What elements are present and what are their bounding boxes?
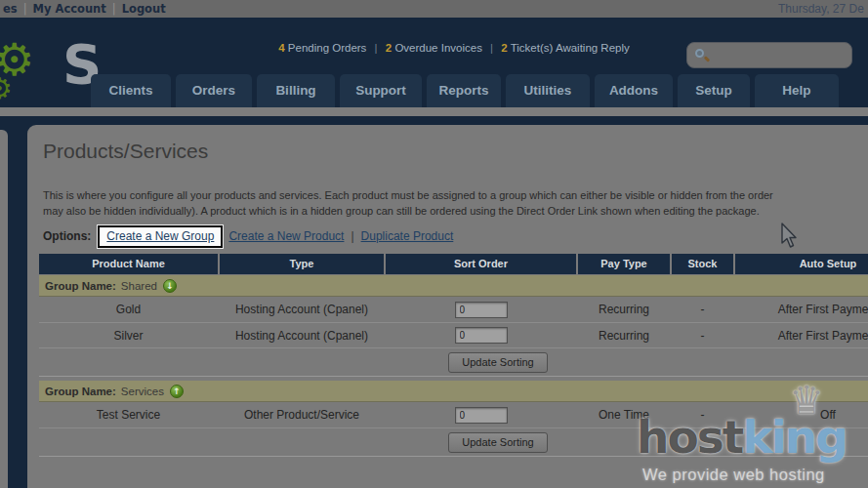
- group-name-label: Group Name:: [45, 280, 116, 292]
- group-name-value: Shared: [121, 280, 157, 292]
- col-header-auto-setup: Auto Setup: [735, 254, 868, 274]
- header-divider-strip: [0, 107, 868, 116]
- auto-setup-cell: After First Payment: [735, 303, 868, 316]
- create-new-product-link[interactable]: Create a New Product: [228, 229, 344, 243]
- tickets-awaiting-count: 2: [501, 42, 507, 54]
- highlight-box-create-group: Create a New Group: [98, 225, 223, 248]
- current-date: Thursday, 27 De: [778, 0, 864, 18]
- sort-order-input[interactable]: [455, 407, 508, 424]
- sort-order-input[interactable]: [455, 302, 508, 318]
- table-row: Test Service Other Product/Service One T…: [39, 402, 868, 427]
- link-separator: |: [351, 229, 353, 243]
- col-header-pay-type: Pay Type: [578, 254, 670, 274]
- pay-type-cell: Recurring: [578, 303, 670, 316]
- overdue-invoices-link[interactable]: Overdue Invoices: [394, 42, 482, 54]
- update-sorting-button[interactable]: Update Sorting: [448, 432, 547, 453]
- move-group-up-icon[interactable]: ↑: [170, 385, 184, 398]
- update-sorting-row: Update Sorting: [39, 427, 868, 456]
- content-panel: Products/Services This is where you conf…: [27, 125, 868, 488]
- col-header-type: Type: [220, 254, 384, 274]
- tickets-awaiting-link[interactable]: Ticket(s) Awaiting Reply: [511, 42, 630, 54]
- admin-search-box[interactable]: [686, 42, 852, 68]
- create-new-group-link[interactable]: Create a New Group: [106, 229, 214, 243]
- group-header-row: Group Name: Services ↑: [39, 381, 868, 402]
- auto-setup-cell: Off: [735, 408, 868, 422]
- tab-reports[interactable]: Reports: [427, 74, 501, 107]
- table-row: Gold Hosting Account (Cpanel) Recurring …: [39, 297, 868, 322]
- left-panel-edge: [0, 130, 8, 488]
- pay-type-cell: One Time: [578, 408, 670, 422]
- main-nav-tabs: Clients Orders Billing Support Reports U…: [91, 74, 839, 107]
- topbar-item-truncated[interactable]: es: [3, 2, 18, 16]
- col-header-sort-order: Sort Order: [386, 254, 576, 274]
- topbar-item-logout[interactable]: Logout: [122, 2, 166, 16]
- options-label: Options:: [43, 229, 91, 243]
- group-header-row: Group Name: Shared ↓: [39, 275, 868, 297]
- group-section-services: Group Name: Services ↑ Test Service Othe…: [39, 381, 868, 457]
- notification-summary: 4 Pending Orders | 2 Overdue Invoices | …: [234, 40, 674, 56]
- tab-utilities[interactable]: Utilities: [506, 74, 590, 107]
- product-type-cell: Other Product/Service: [220, 408, 384, 422]
- tab-clients[interactable]: Clients: [91, 74, 171, 107]
- table-header-row: Product Name Type Sort Order Pay Type St…: [39, 254, 868, 274]
- topbar-separator: |: [112, 2, 116, 16]
- sort-order-input[interactable]: [455, 327, 508, 344]
- options-row: Options: Create a New Group Create a New…: [43, 224, 453, 249]
- move-group-down-icon[interactable]: ↓: [163, 279, 177, 293]
- product-type-cell: Hosting Account (Cpanel): [220, 329, 384, 343]
- page-title: Products/Services: [43, 139, 208, 163]
- col-header-product-name: Product Name: [39, 254, 218, 274]
- tab-help[interactable]: Help: [755, 74, 839, 107]
- tab-orders[interactable]: Orders: [176, 74, 252, 107]
- update-sorting-row: Update Sorting: [39, 347, 868, 376]
- page-description: This is where you configure all your pro…: [43, 187, 773, 219]
- stock-cell: -: [672, 303, 733, 316]
- gear-icon: ⚙: [0, 74, 13, 103]
- description-line-2: may also be hidden individually). A prod…: [43, 203, 773, 219]
- product-name-cell: Test Service: [39, 408, 218, 422]
- col-header-stock: Stock: [672, 254, 733, 274]
- group-name-value: Services: [121, 386, 164, 397]
- admin-header: ⚙ ⚙ S 4 Pending Orders | 2 Overdue Invoi…: [0, 18, 868, 107]
- auto-setup-cell: After First Payment: [735, 329, 868, 343]
- pay-type-cell: Recurring: [578, 329, 670, 343]
- top-utility-bar: es|My Account|Logout Thursday, 27 De: [0, 0, 868, 18]
- overdue-invoices-count: 2: [386, 42, 392, 54]
- tab-billing[interactable]: Billing: [257, 74, 335, 107]
- whmcs-admin-products-services-page: { "colors": { "header_navy": "#15263b", …: [0, 0, 868, 488]
- product-name-cell: Silver: [39, 329, 218, 343]
- notif-separator: |: [375, 42, 378, 54]
- pending-orders-link[interactable]: Pending Orders: [288, 42, 367, 54]
- topbar-separator: |: [23, 2, 27, 16]
- tab-addons[interactable]: Addons: [595, 74, 673, 107]
- update-sorting-button[interactable]: Update Sorting: [448, 352, 547, 373]
- group-name-label: Group Name:: [45, 386, 116, 397]
- notif-separator: |: [490, 42, 493, 54]
- description-line-1: This is where you configure all your pro…: [43, 187, 773, 203]
- products-table: Product Name Type Sort Order Pay Type St…: [39, 254, 868, 457]
- pending-orders-count: 4: [278, 42, 284, 54]
- stock-cell: -: [672, 329, 733, 343]
- tab-support[interactable]: Support: [340, 74, 422, 107]
- tab-setup[interactable]: Setup: [678, 74, 750, 107]
- stock-cell: -: [672, 408, 733, 422]
- product-name-cell: Gold: [39, 303, 218, 316]
- search-input[interactable]: [711, 44, 847, 66]
- table-row: Silver Hosting Account (Cpanel) Recurrin…: [39, 322, 868, 347]
- product-type-cell: Hosting Account (Cpanel): [220, 303, 384, 316]
- duplicate-product-link[interactable]: Duplicate Product: [361, 229, 454, 243]
- group-section-shared: Group Name: Shared ↓ Gold Hosting Accoun…: [39, 275, 868, 377]
- topbar-item-my-account[interactable]: My Account: [33, 2, 106, 16]
- search-icon: [695, 49, 709, 62]
